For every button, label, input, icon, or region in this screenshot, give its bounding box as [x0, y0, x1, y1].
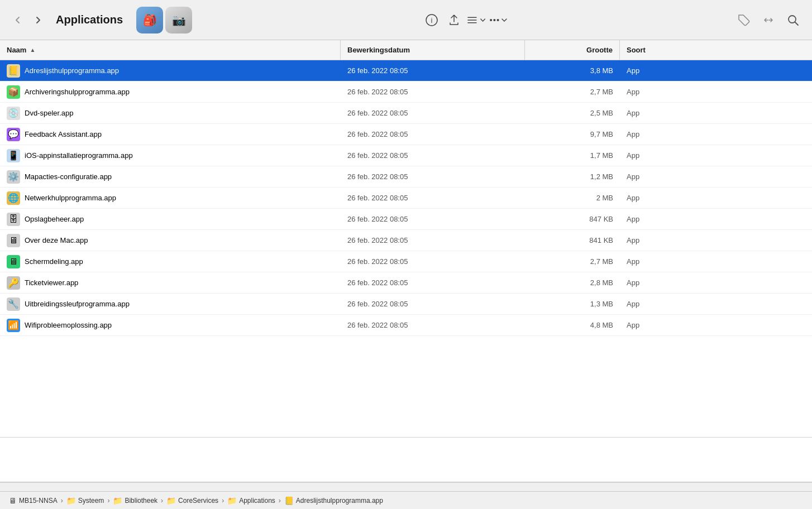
svg-line-6 — [795, 22, 799, 25]
column-headers: Naam ▲ Bewerkingsdatum Grootte Soort — [0, 40, 812, 60]
scroll-area — [0, 482, 812, 491]
file-name-text: Schermdeling.app — [25, 257, 83, 266]
more-actions-button[interactable]: ••• — [489, 10, 509, 30]
column-header-date[interactable]: Bewerkingsdatum — [341, 40, 525, 60]
file-row[interactable]: 🌐 Netwerkhulpprogramma.app 26 feb. 2022 … — [0, 188, 812, 209]
file-row[interactable]: 📶 Wifiprobleemoplossing.app 26 feb. 2022… — [0, 315, 812, 336]
share-button[interactable] — [444, 10, 464, 30]
col-date-label: Bewerkingsdatum — [347, 46, 410, 54]
file-name-text: Over deze Mac.app — [25, 236, 88, 244]
back-button[interactable] — [9, 11, 27, 29]
file-kind: App — [620, 321, 812, 329]
breadcrumb-item[interactable]: 🖥 MB15-NNSA — [9, 496, 58, 505]
file-row[interactable]: 💿 Dvd-speler.app 26 feb. 2022 08:05 2,5 … — [0, 103, 812, 124]
file-icon: 🖥 — [7, 234, 20, 247]
file-date: 26 feb. 2022 08:05 — [341, 194, 525, 202]
file-size: 2 MB — [525, 194, 620, 202]
file-name-text: Dvd-speler.app — [25, 109, 73, 117]
file-name-cell: 🖥 Over deze Mac.app — [0, 234, 341, 247]
file-size: 1,2 MB — [525, 172, 620, 181]
info-button[interactable]: i — [422, 10, 442, 30]
tag-button[interactable] — [734, 10, 754, 30]
breadcrumb-item[interactable]: 📁 Bibliotheek — [113, 496, 157, 505]
breadcrumb-icon: 🖥 — [9, 496, 17, 505]
breadcrumb-label: MB15-NNSA — [19, 497, 58, 505]
file-kind: App — [620, 66, 812, 75]
view-options-button[interactable] — [466, 10, 486, 30]
file-kind: App — [620, 215, 812, 223]
file-date: 26 feb. 2022 08:05 — [341, 151, 525, 160]
breadcrumb-separator: › — [279, 497, 281, 505]
file-icon: 🖥 — [7, 255, 20, 268]
forward-button[interactable] — [29, 11, 47, 29]
file-row[interactable]: 📒 Adreslijsthulpprogramma.app 26 feb. 20… — [0, 60, 812, 81]
file-name-text: Netwerkhulpprogramma.app — [25, 194, 116, 202]
file-row[interactable]: 💬 Feedback Assistant.app 26 feb. 2022 08… — [0, 124, 812, 145]
image-capture-icon: 📷 — [165, 7, 192, 33]
file-icon: 📒 — [7, 64, 20, 78]
file-icon: 💿 — [7, 107, 20, 120]
search-button[interactable] — [783, 10, 803, 30]
file-kind: App — [620, 257, 812, 266]
file-icon: ⚙️ — [7, 170, 20, 184]
file-row[interactable]: 📱 iOS-appinstallatieprogramma.app 26 feb… — [0, 145, 812, 166]
file-list: 📒 Adreslijsthulpprogramma.app 26 feb. 20… — [0, 60, 812, 438]
file-row[interactable]: 🔧 Uitbreidingssleufprogramma.app 26 feb.… — [0, 294, 812, 315]
file-name-text: Opslagbeheer.app — [25, 215, 84, 223]
file-kind: App — [620, 151, 812, 160]
breadcrumb-label: Bibliotheek — [125, 497, 157, 505]
breadcrumb-icon: 📁 — [166, 496, 176, 505]
breadcrumb-item[interactable]: 📁 CoreServices — [166, 496, 218, 505]
app-icons: 🎒 📷 — [136, 7, 192, 33]
file-date: 26 feb. 2022 08:05 — [341, 321, 525, 329]
file-size: 1,7 MB — [525, 151, 620, 160]
breadcrumb-icon: 📒 — [284, 496, 294, 505]
breadcrumb-item[interactable]: 📒 Adreslijsthulpprogramma.app — [284, 496, 383, 505]
col-name-label: Naam — [7, 46, 26, 54]
column-header-size[interactable]: Grootte — [525, 40, 620, 60]
file-row[interactable]: 🖥 Over deze Mac.app 26 feb. 2022 08:05 8… — [0, 230, 812, 251]
file-icon: 🌐 — [7, 191, 20, 205]
file-date: 26 feb. 2022 08:05 — [341, 130, 525, 138]
statusbar: 🖥 MB15-NNSA › 📁 Systeem › 📁 Bibliotheek … — [0, 491, 812, 509]
file-kind: App — [620, 172, 812, 181]
file-name-cell: 💿 Dvd-speler.app — [0, 107, 341, 120]
file-row[interactable]: 🖥 Schermdeling.app 26 feb. 2022 08:05 2,… — [0, 251, 812, 272]
expand-button[interactable] — [758, 10, 778, 30]
file-date: 26 feb. 2022 08:05 — [341, 66, 525, 75]
column-header-kind[interactable]: Soort — [620, 40, 812, 60]
sort-arrow-name: ▲ — [30, 47, 35, 53]
file-size: 2,7 MB — [525, 257, 620, 266]
svg-text:i: i — [431, 16, 433, 25]
file-name-cell: 🔧 Uitbreidingssleufprogramma.app — [0, 297, 341, 311]
file-name-text: iOS-appinstallatieprogramma.app — [25, 151, 133, 160]
file-date: 26 feb. 2022 08:05 — [341, 278, 525, 287]
file-date: 26 feb. 2022 08:05 — [341, 109, 525, 117]
file-row[interactable]: ⚙️ Mapacties-configuratie.app 26 feb. 20… — [0, 166, 812, 188]
file-name-cell: 📦 Archiveringshulpprogramma.app — [0, 85, 341, 99]
file-date: 26 feb. 2022 08:05 — [341, 88, 525, 96]
file-kind: App — [620, 88, 812, 96]
file-row[interactable]: 📦 Archiveringshulpprogramma.app 26 feb. … — [0, 81, 812, 103]
breadcrumb-label: Applications — [239, 497, 275, 505]
nav-buttons — [9, 11, 47, 29]
breadcrumb-separator: › — [107, 497, 109, 505]
file-date: 26 feb. 2022 08:05 — [341, 236, 525, 244]
file-size: 9,7 MB — [525, 130, 620, 138]
breadcrumb-separator: › — [222, 497, 224, 505]
breadcrumb-separator: › — [161, 497, 163, 505]
file-row[interactable]: 🗄 Opslagbeheer.app 26 feb. 2022 08:05 84… — [0, 209, 812, 230]
column-header-name[interactable]: Naam ▲ — [0, 40, 341, 60]
breadcrumb-item[interactable]: 📁 Systeem — [66, 496, 104, 505]
file-name-cell: 🖥 Schermdeling.app — [0, 255, 341, 268]
file-name-text: Adreslijsthulpprogramma.app — [25, 66, 119, 75]
toolbar-actions: i ••• — [201, 10, 729, 30]
file-kind: App — [620, 130, 812, 138]
file-kind: App — [620, 278, 812, 287]
breadcrumb-item[interactable]: 📁 Applications — [227, 496, 275, 505]
file-size: 2,5 MB — [525, 109, 620, 117]
toolbar-right — [734, 10, 803, 30]
file-row[interactable]: 🔑 Ticketviewer.app 26 feb. 2022 08:05 2,… — [0, 272, 812, 294]
file-size: 847 KB — [525, 215, 620, 223]
file-name-text: Ticketviewer.app — [25, 278, 78, 287]
